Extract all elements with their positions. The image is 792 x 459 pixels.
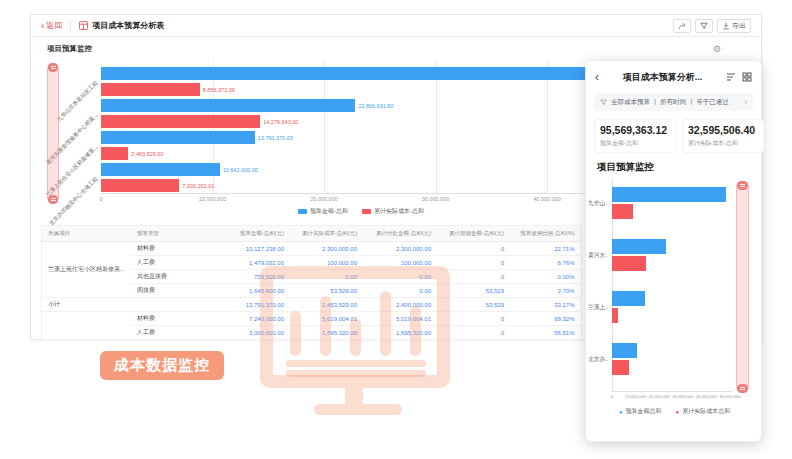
stat-label: 预算金额-总和 — [600, 139, 670, 148]
gridline — [436, 61, 437, 193]
stat-card-actual: 32,595,506.40 累计实际成本-总和 — [682, 119, 764, 153]
slider-grip — [51, 68, 56, 69]
value-cell: 33.17% — [510, 298, 581, 312]
filter-button[interactable] — [695, 19, 713, 33]
chevron-left-icon: ‹ — [41, 22, 44, 30]
value-cell: 5,019,004.01 — [290, 312, 363, 326]
x-tick-label: 20,000,000 — [310, 196, 338, 202]
stat-label: 累计实际成本-总和 — [688, 139, 758, 148]
slider-grip — [740, 389, 746, 390]
legend-dot-blue: ● — [619, 409, 623, 415]
mobile-budget-bar-chart: ● 预算金额总和 ● 累计实际成本总和 010,000,00020,000,00… — [586, 179, 763, 429]
bar-value-label: 10,642,000.00 — [223, 167, 258, 173]
gridline — [324, 61, 325, 193]
legend-item-budget[interactable]: 预算金额-总和 — [298, 207, 348, 216]
bar-value-label: 8,856,372.39 — [203, 87, 235, 93]
list-sort-icon[interactable] — [726, 72, 736, 82]
value-cell: 0 — [437, 242, 510, 256]
category-label: 北京亦.. — [588, 355, 610, 364]
x-tick-label: 0 — [611, 394, 613, 399]
project-cell: 小计 — [42, 298, 132, 312]
value-cell: 2,300,000.00 — [363, 242, 437, 256]
chart-zoom-slider[interactable] — [47, 63, 59, 204]
chart-bar — [612, 239, 666, 254]
category-label: 黄河东.. — [588, 251, 610, 260]
watermark-line — [286, 370, 426, 377]
back-button[interactable]: ‹ 返回 — [41, 20, 62, 31]
slider-grip — [740, 186, 746, 187]
mobile-chart-section-title: 项目预算监控 — [597, 161, 654, 174]
table-header-row: 所属项目预算类型预算金额-总和(元)累计实际成本-总和(元)累计付款金额-总和(… — [42, 226, 582, 242]
value-cell: 2,300,000.00 — [290, 242, 363, 256]
slider-handle[interactable] — [48, 63, 58, 72]
chart-bar — [612, 343, 637, 358]
slider-handle[interactable] — [737, 181, 748, 190]
chart-bar — [612, 291, 645, 306]
chart-bar — [101, 163, 220, 176]
x-tick-label: 20,000,000 — [649, 394, 670, 399]
column-header: 预算使用比例-总和(%) — [510, 226, 581, 242]
stat-card-budget: 95,569,363.12 预算金额-总和 — [594, 119, 676, 153]
legend-item-actual[interactable]: ● 累计实际成本总和 — [676, 407, 731, 416]
value-cell: 0 — [437, 312, 510, 326]
value-cell: 0.00 — [363, 284, 437, 298]
back-label: 返回 — [46, 20, 62, 31]
share-button[interactable] — [673, 19, 691, 33]
project-cell — [42, 312, 132, 340]
slider-grip — [740, 184, 746, 185]
value-cell: 13,791,370.00 — [209, 298, 290, 312]
chart-bar — [101, 147, 128, 160]
mobile-header-icons — [726, 72, 752, 82]
legend-item-budget[interactable]: ● 预算金额总和 — [619, 407, 662, 416]
value-cell: 7,240,000.00 — [209, 312, 290, 326]
value-cell: 1,479,032.00 — [209, 256, 290, 270]
value-cell: 2,400,000.00 — [363, 298, 437, 312]
mobile-header: ‹ 项目成本预算分析... — [586, 69, 761, 85]
value-cell: 3.70% — [510, 284, 581, 298]
column-header: 预算金额-总和(元) — [209, 226, 290, 242]
chart-bar — [101, 99, 355, 112]
column-header: 累计报销金额-总和(元) — [437, 226, 510, 242]
export-label: 导出 — [732, 21, 746, 31]
bar-value-label: 22,806,631.80 — [358, 103, 393, 109]
chart-bar — [612, 308, 618, 323]
watermark-line — [286, 360, 426, 367]
x-tick-label: 40,000,000 — [533, 196, 561, 202]
budget-type-cell: 间接费 — [131, 284, 209, 298]
export-button[interactable]: 导出 — [717, 19, 751, 33]
budget-type-cell: 人工费 — [131, 326, 209, 340]
legend-item-actual[interactable]: 累计实际成本-总和 — [362, 207, 424, 216]
grid-view-icon[interactable] — [742, 72, 752, 82]
slider-grip — [740, 387, 746, 388]
column-header: 预算类型 — [131, 226, 209, 242]
chart-section-title: 项目预算监控 — [47, 44, 92, 54]
value-cell: 739,500.00 — [209, 270, 290, 284]
value-cell: 0.00 — [290, 270, 363, 284]
project-cell: 兰溪上苑住宅小区精装修第... — [42, 242, 132, 298]
column-header: 所属项目 — [42, 226, 132, 242]
value-cell: 53,529 — [437, 284, 510, 298]
mobile-stats: 95,569,363.12 预算金额-总和 32,595,506.40 累计实际… — [594, 119, 764, 153]
x-tick-label: 10,000,000 — [625, 394, 646, 399]
value-cell: 53,529 — [437, 298, 510, 312]
mobile-filter-bar[interactable]: 全部成本预算 丨 所有时间 丨 等于已通过 › — [594, 93, 753, 111]
slider-grip — [51, 66, 56, 67]
x-tick-label: 40,000,000 — [696, 394, 717, 399]
table-row: 兰溪上苑住宅小区精装修第...材料费10,127,238.002,300,000… — [42, 242, 582, 256]
screenshot-root: ‹ 返回 项目成本预算分析表 导出 项目预算监控 — [0, 0, 792, 459]
stat-value: 32,595,506.40 — [688, 124, 758, 136]
table-row: 材料费7,240,000.005,019,004.015,019,004.010… — [42, 312, 582, 326]
slider-handle[interactable] — [48, 195, 58, 204]
chart-legend: 预算金额-总和 累计实际成本-总和 — [101, 207, 621, 216]
slider-handle[interactable] — [737, 384, 748, 393]
bar-value-label: 13,791,370.00 — [258, 135, 293, 141]
x-tick-label: 50,000,000 — [720, 394, 741, 399]
gear-icon[interactable]: ⚙ — [713, 45, 721, 54]
chart-bar — [612, 360, 629, 375]
column-header: 累计付款金额-总和(元) — [363, 226, 437, 242]
chart-zoom-slider[interactable] — [736, 181, 749, 393]
mobile-chart-legend: ● 预算金额总和 ● 累计实际成本总和 — [586, 407, 763, 416]
stat-value: 95,569,363.12 — [600, 124, 670, 136]
mobile-filter-text: 全部成本预算 丨 所有时间 丨 等于已通过 — [611, 98, 740, 107]
value-cell: 22.71% — [510, 242, 581, 256]
